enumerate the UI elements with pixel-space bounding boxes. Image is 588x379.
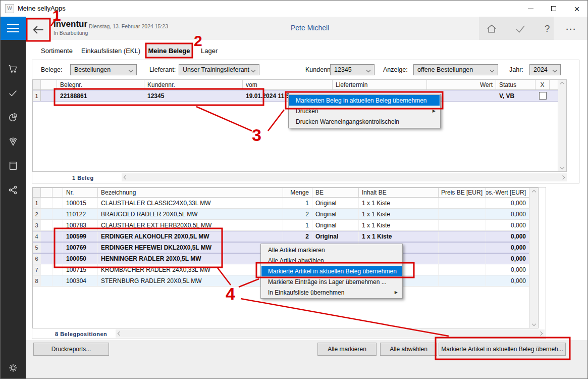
row-number: 2 [33, 209, 41, 219]
row-number: 1 [33, 198, 41, 208]
col-menge[interactable]: Menge [283, 188, 312, 197]
cell-kundennr: 12345 [144, 90, 243, 101]
menu-item-alle-abwaehlen[interactable]: Alle Artikel abwählen [261, 255, 402, 266]
tab-einkaufslisten[interactable]: Einkaufslisten (EKL) [81, 47, 140, 55]
position-row-selected[interactable]: 4 100599 ERDINGER ALKOHOLFR 20X0,5L MW 2… [33, 231, 538, 242]
col-kundennr[interactable]: Kundennr. [144, 80, 243, 89]
filter-jahr-select[interactable]: 2024 [529, 64, 561, 75]
menu-item-alle-markieren[interactable]: Alle Artikel markieren [261, 245, 402, 255]
cell-status: V, VB [496, 90, 536, 101]
row-number: 1 [33, 90, 41, 101]
cell-nr: 100783 [63, 220, 98, 230]
app-logo-icon: W [5, 4, 14, 13]
page-title: Inventur [54, 19, 87, 29]
alle-abwaehlen-button[interactable]: Alle abwählen [380, 343, 437, 356]
belege-vertical-scrollbar[interactable] [558, 80, 566, 171]
col-nr[interactable]: Nr. [63, 188, 98, 197]
gear-icon[interactable] [8, 362, 19, 373]
tab-lager[interactable]: Lager [201, 47, 218, 55]
scroll-down-icon[interactable] [531, 322, 536, 326]
col-belegnr[interactable]: Belegnr. [57, 80, 144, 89]
scroll-left-icon[interactable] [124, 175, 128, 179]
menu-icon[interactable] [1, 17, 26, 40]
positionen-table-header: Nr. Bezeichnung Menge BE Inhalt BE Preis… [33, 188, 538, 198]
menu-item-lager-uebernehmen[interactable]: Markierte Einträge ins Lager übernehmen … [261, 276, 402, 287]
col-vom[interactable]: vom [243, 80, 333, 89]
scroll-right-icon[interactable] [539, 331, 543, 336]
scroll-left-icon[interactable] [118, 331, 122, 336]
col-pos-wert[interactable]: Pos.-Wert [EUR] [486, 188, 529, 197]
filter-kundennr-select[interactable]: 12345 [330, 64, 375, 75]
cell-nr: 100769 [63, 243, 98, 253]
cell-wert: 0,000 [486, 220, 529, 230]
row-number: 8 [33, 275, 41, 286]
filter-anzeige-label: Anzeige: [383, 66, 408, 73]
col-bezeichnung[interactable]: Bezeichnung [98, 188, 283, 197]
col-inhalt-be[interactable]: Inhalt BE [359, 188, 439, 197]
pie-chart-icon[interactable] [8, 112, 19, 123]
tab-meine-belege[interactable]: Meine Belege [146, 44, 192, 57]
position-row[interactable]: 2 110122 BRAUGOLD RADLER 20X0,5L MW 2 Or… [33, 209, 538, 220]
col-x[interactable]: X [536, 80, 550, 89]
confirm-check-icon[interactable] [514, 23, 527, 35]
cell-bezeichnung: HENNINGER RADLER 20X0,5L MW [98, 254, 283, 264]
title-bar: W Meine sellyApps × [1, 1, 588, 17]
row-checkbox[interactable] [539, 92, 547, 100]
druckreports-button[interactable]: Druckreports... [33, 343, 109, 356]
check-icon[interactable] [8, 87, 19, 99]
scroll-right-icon[interactable] [561, 175, 565, 179]
user-name[interactable]: Pete Michell [291, 24, 329, 32]
position-row[interactable]: 3 100783 CLAUSTHALER EXT HERB20X0,5L MW … [33, 220, 538, 231]
cell-preis [439, 220, 486, 230]
tab-sortimente[interactable]: Sortimente [41, 47, 73, 55]
book-icon[interactable] [8, 160, 19, 171]
beleg-context-menu: Markierten Beleg in aktuellen Beleg über… [288, 94, 441, 128]
col-liefertermin[interactable]: Liefertermin [333, 80, 427, 89]
cell-belegnr: 22188861 [57, 90, 144, 101]
back-button[interactable] [28, 20, 48, 39]
maximize-button[interactable] [542, 1, 565, 17]
scroll-down-icon[interactable] [560, 165, 564, 169]
filter-anzeige-select[interactable]: offene Bestellungen [413, 64, 498, 75]
alle-markieren-button[interactable]: Alle markieren [317, 343, 377, 356]
col-preis-be[interactable]: Preis BE [EUR] [439, 188, 486, 197]
menu-item-drucken-wareneingang[interactable]: Drucken Wareneingangskontrollschein [289, 117, 440, 127]
row-number: 5 [33, 243, 41, 253]
col-status[interactable]: Status [496, 80, 536, 89]
col-wert[interactable]: Wert [427, 80, 496, 89]
filter-anzeige-value: offene Bestellungen [417, 66, 473, 73]
cell-wert: 0,000 [486, 198, 529, 208]
close-button[interactable]: × [565, 1, 588, 17]
belege-horizontal-scrollbar[interactable] [122, 173, 567, 181]
positionen-horizontal-scrollbar[interactable] [116, 329, 545, 338]
filter-lieferant-select[interactable]: Unser Trainingslieferant [179, 64, 259, 75]
menu-item-artikel-uebernehmen[interactable]: Markierte Artikel in aktuellen Beleg übe… [261, 266, 402, 276]
home-icon[interactable] [485, 23, 498, 35]
cell-inhalt: 1 x 1 Kiste [359, 231, 439, 242]
share-icon[interactable] [8, 184, 19, 196]
minimize-button[interactable] [519, 1, 542, 17]
col-be[interactable]: BE [312, 188, 359, 197]
positionen-vertical-scrollbar[interactable] [529, 188, 538, 328]
row-number: 3 [33, 220, 41, 230]
uebernehmen-button[interactable]: Markierte Artikel in aktuellen Beleg übe… [439, 343, 566, 356]
cell-preis [439, 209, 486, 219]
menu-item-einkaufsliste[interactable]: In Einkaufsliste übernehmen▶ [261, 287, 402, 298]
filter-kundennr-value: 12345 [334, 66, 352, 73]
more-icon[interactable]: ··· [565, 23, 578, 35]
belege-table-header: Belegnr. Kundennr. vom Liefertermin Wert… [33, 80, 566, 90]
submenu-arrow-icon: ▶ [395, 290, 398, 295]
position-row[interactable]: 1 100015 CLAUSTHALER CLASSIC24X0,33L MW … [33, 198, 538, 209]
cell-inhalt: 1 x 1 Kiste [359, 220, 439, 230]
cart-icon[interactable] [8, 63, 19, 74]
filter-belege-select[interactable]: Bestellungen [70, 64, 137, 75]
help-icon[interactable]: ? [541, 23, 554, 35]
window-title: Meine sellyApps [18, 5, 66, 12]
menu-item-drucken[interactable]: Drucken▶ [289, 106, 440, 116]
pizza-slice-icon[interactable] [8, 136, 19, 147]
scroll-up-icon[interactable] [531, 190, 536, 194]
menu-item-beleg-uebernehmen[interactable]: Markierten Beleg in aktuellen Beleg über… [289, 95, 440, 106]
scroll-up-icon[interactable] [560, 82, 564, 86]
row-number: 6 [33, 254, 41, 264]
row-number: 4 [33, 231, 41, 242]
